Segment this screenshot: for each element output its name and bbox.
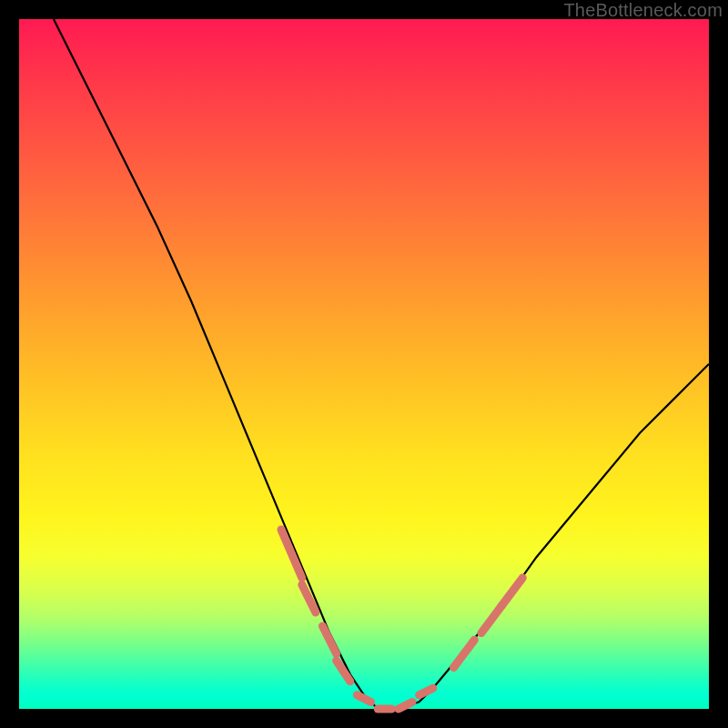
chart-frame: TheBottleneck.com bbox=[0, 0, 728, 728]
chart-svg bbox=[19, 19, 709, 709]
highlight-dash bbox=[399, 702, 412, 709]
highlight-dash bbox=[481, 605, 502, 632]
highlight-dash bbox=[454, 640, 475, 667]
watermark-text: TheBottleneck.com bbox=[563, 0, 723, 21]
highlight-dash bbox=[357, 695, 370, 703]
plot-area bbox=[19, 19, 709, 709]
bottleneck-curve bbox=[54, 19, 709, 709]
highlight-dash bbox=[323, 626, 337, 653]
highlight-dash bbox=[337, 661, 350, 682]
highlight-dash bbox=[302, 585, 316, 612]
highlight-dashes bbox=[281, 530, 522, 709]
highlight-dash bbox=[281, 530, 302, 578]
highlight-dash bbox=[502, 578, 523, 605]
highlight-dash bbox=[420, 688, 433, 695]
